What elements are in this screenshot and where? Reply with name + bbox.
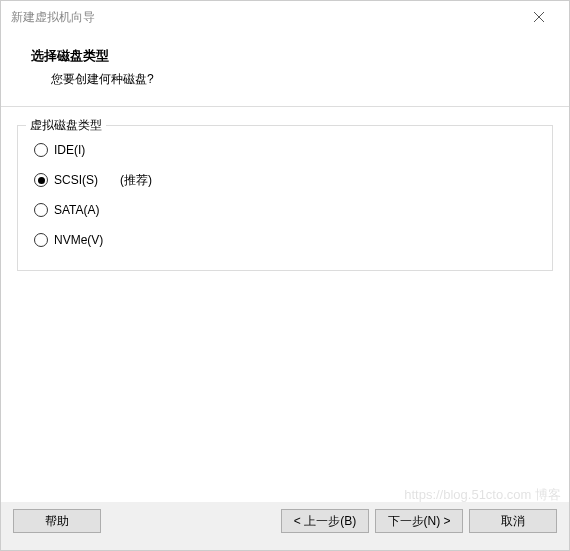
wizard-header: 选择磁盘类型 您要创建何种磁盘? [1,33,569,106]
radio-icon [34,173,48,187]
window-title: 新建虚拟机向导 [11,9,519,26]
recommended-note: (推荐) [120,172,152,189]
radio-label: SATA(A) [54,203,100,217]
radio-icon [34,203,48,217]
radio-option-nvme[interactable]: NVMe(V) [28,224,542,254]
disk-type-group: 虚拟磁盘类型 IDE(I) SCSI(S) (推荐) SATA(A) NVMe(… [17,125,553,271]
footer-bar: 帮助 < 上一步(B) 下一步(N) > 取消 [1,502,569,550]
radio-icon [34,233,48,247]
radio-label: NVMe(V) [54,233,103,247]
content-area: 虚拟磁盘类型 IDE(I) SCSI(S) (推荐) SATA(A) NVMe(… [1,107,569,502]
cancel-button[interactable]: 取消 [469,509,557,533]
wizard-window: 新建虚拟机向导 选择磁盘类型 您要创建何种磁盘? 虚拟磁盘类型 IDE(I) S… [0,0,570,551]
group-label: 虚拟磁盘类型 [26,117,106,134]
close-icon[interactable] [519,3,559,31]
next-button[interactable]: 下一步(N) > [375,509,463,533]
radio-option-sata[interactable]: SATA(A) [28,194,542,224]
help-button[interactable]: 帮助 [13,509,101,533]
radio-option-ide[interactable]: IDE(I) [28,134,542,164]
radio-label: IDE(I) [54,143,85,157]
titlebar: 新建虚拟机向导 [1,1,569,33]
page-subtitle: 您要创建何种磁盘? [31,65,539,88]
radio-icon [34,143,48,157]
radio-option-scsi[interactable]: SCSI(S) (推荐) [28,164,542,194]
radio-label: SCSI(S) [54,173,98,187]
page-title: 选择磁盘类型 [31,47,539,65]
back-button[interactable]: < 上一步(B) [281,509,369,533]
